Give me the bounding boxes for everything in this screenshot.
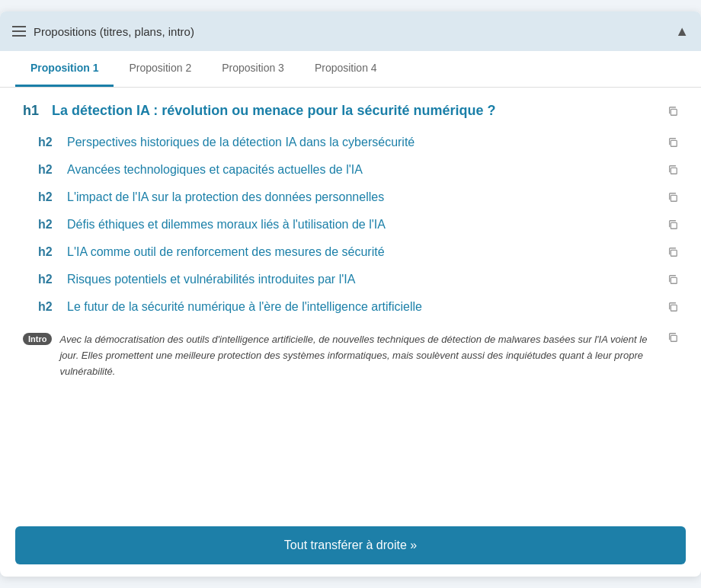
intro-section: Intro Avec la démocratisation des outils… bbox=[23, 332, 678, 379]
h2-text-4: Défis éthiques et dilemmes moraux liés à… bbox=[67, 218, 660, 232]
h2-row-4: h2Défis éthiques et dilemmes moraux liés… bbox=[23, 218, 678, 232]
svg-rect-6 bbox=[671, 277, 677, 283]
tab-proposition-1[interactable]: Proposition 1 bbox=[15, 51, 114, 87]
svg-rect-5 bbox=[671, 250, 677, 256]
h2-badge-6: h2 bbox=[38, 273, 59, 286]
tab-proposition-3[interactable]: Proposition 3 bbox=[206, 51, 299, 87]
h2-copy-icon-3[interactable] bbox=[667, 192, 678, 203]
h1-badge: h1 bbox=[23, 103, 44, 119]
svg-rect-0 bbox=[671, 109, 677, 115]
h2-text-5: L'IA comme outil de renforcement des mes… bbox=[67, 245, 660, 259]
intro-badge: Intro bbox=[23, 333, 52, 345]
h2-copy-icon-5[interactable] bbox=[667, 247, 678, 257]
main-panel: Propositions (titres, plans, intro) ▲ Pr… bbox=[0, 11, 701, 577]
tabs-bar: Proposition 1 Proposition 2 Proposition … bbox=[0, 51, 701, 88]
panel-header-left: Propositions (titres, plans, intro) bbox=[12, 25, 194, 38]
svg-rect-3 bbox=[671, 195, 677, 201]
h2-badge-4: h2 bbox=[38, 218, 59, 232]
hamburger-icon[interactable] bbox=[12, 26, 26, 37]
h2-container: h2Perspectives historiques de la détecti… bbox=[23, 136, 678, 314]
h2-text-1: Perspectives historiques de la détection… bbox=[67, 136, 660, 149]
tab-proposition-2[interactable]: Proposition 2 bbox=[114, 51, 206, 87]
h2-copy-icon-2[interactable] bbox=[667, 165, 678, 175]
svg-rect-4 bbox=[671, 222, 677, 228]
svg-rect-2 bbox=[671, 168, 677, 174]
h2-badge-5: h2 bbox=[38, 245, 59, 259]
h1-text: La détection IA : révolution ou menace p… bbox=[52, 103, 660, 119]
svg-rect-8 bbox=[671, 335, 677, 341]
h1-row: h1 La détection IA : révolution ou menac… bbox=[23, 103, 678, 119]
panel-title: Propositions (titres, plans, intro) bbox=[34, 25, 194, 38]
h2-badge-7: h2 bbox=[38, 300, 59, 314]
svg-rect-7 bbox=[671, 305, 677, 311]
content-area: h1 La détection IA : révolution ou menac… bbox=[0, 88, 701, 514]
h2-row-3: h2L'impact de l'IA sur la protection des… bbox=[23, 190, 678, 204]
h2-row-7: h2Le futur de la sécurité numérique à l'… bbox=[23, 300, 678, 314]
h1-copy-icon[interactable] bbox=[667, 106, 678, 117]
h2-copy-icon-7[interactable] bbox=[667, 302, 678, 312]
h2-row-6: h2Risques potentiels et vulnérabilités i… bbox=[23, 273, 678, 286]
transfer-button[interactable]: Tout transférer à droite » bbox=[15, 526, 686, 564]
h2-text-3: L'impact de l'IA sur la protection des d… bbox=[67, 190, 660, 204]
tab-proposition-4[interactable]: Proposition 4 bbox=[299, 51, 392, 87]
panel-header: Propositions (titres, plans, intro) ▲ bbox=[0, 11, 701, 51]
chevron-up-icon[interactable]: ▲ bbox=[675, 24, 689, 40]
intro-text: Avec la démocratisation des outils d'int… bbox=[59, 332, 660, 379]
h2-copy-icon-4[interactable] bbox=[667, 219, 678, 230]
h2-text-7: Le futur de la sécurité numérique à l'èr… bbox=[67, 300, 660, 314]
h2-text-2: Avancées technologiques et capacités act… bbox=[67, 163, 660, 177]
h2-copy-icon-6[interactable] bbox=[667, 274, 678, 285]
h2-copy-icon-1[interactable] bbox=[667, 137, 678, 148]
h2-badge-2: h2 bbox=[38, 163, 59, 177]
h2-row-5: h2L'IA comme outil de renforcement des m… bbox=[23, 245, 678, 259]
h2-badge-1: h2 bbox=[38, 136, 59, 149]
intro-copy-icon[interactable] bbox=[667, 332, 678, 343]
h2-row-1: h2Perspectives historiques de la détecti… bbox=[23, 136, 678, 149]
h2-text-6: Risques potentiels et vulnérabilités int… bbox=[67, 273, 660, 286]
h2-row-2: h2Avancées technologiques et capacités a… bbox=[23, 163, 678, 177]
svg-rect-1 bbox=[671, 140, 677, 146]
h2-badge-3: h2 bbox=[38, 190, 59, 204]
